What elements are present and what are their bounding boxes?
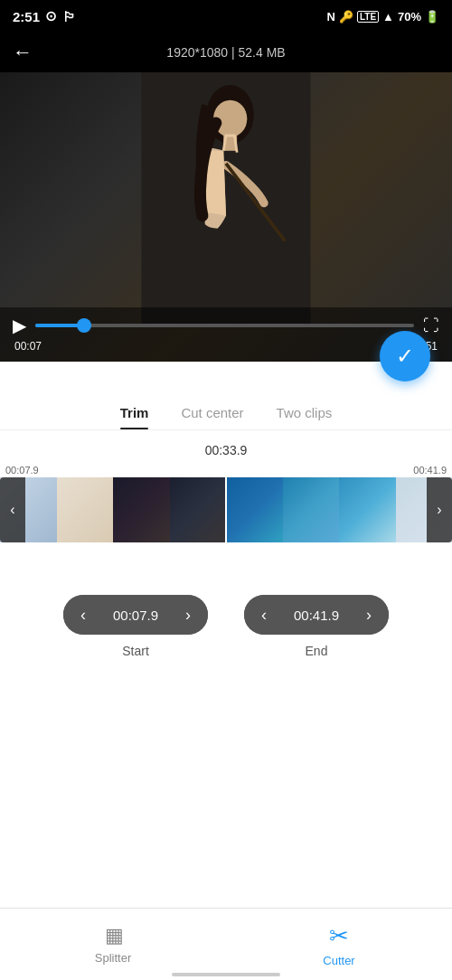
check-icon: ✓ (396, 344, 414, 369)
tabs-section: Trim Cut center Two clips (0, 362, 452, 430)
top-bar: ← 1920*1080 | 52.4 MB (0, 33, 452, 72)
timeline-wrapper[interactable]: ‹ › (0, 477, 452, 568)
trim-end-group: ‹ 00:41.9 › End (244, 595, 389, 658)
frame-3 (113, 477, 170, 542)
tab-two-clips[interactable]: Two clips (277, 405, 333, 429)
progress-thumb[interactable] (77, 318, 91, 333)
nav-splitter[interactable]: ▦ Splitter (0, 909, 226, 980)
center-indicator (225, 477, 227, 542)
timeline-labels: 00:07.9 00:41.9 (0, 465, 452, 476)
splitter-label: Splitter (95, 951, 131, 965)
battery-percent: 70% (398, 10, 421, 24)
status-bar: 2:51 ⊙ 🏳 N 🔑 LTE ▲ 70% 🔋 (0, 0, 452, 33)
trim-controls: ‹ 00:07.9 › Start ‹ 00:41.9 › End (0, 573, 452, 669)
start-value: 00:07.9 (103, 608, 168, 623)
status-time: 2:51 (13, 9, 40, 24)
chevron-left-icon: ‹ (10, 502, 14, 518)
timeline-end-label: 00:41.9 (413, 465, 447, 476)
cutter-label: Cutter (323, 954, 354, 967)
frame-2 (57, 477, 114, 542)
frame-7 (339, 477, 396, 542)
end-value: 00:41.9 (284, 608, 349, 623)
network-icon: N (327, 10, 335, 24)
file-info: 1920*1080 | 52.4 MB (166, 45, 285, 60)
timeline-section: 00:33.9 00:07.9 00:41.9 ‹ › (0, 430, 452, 573)
chevron-right-icon: › (437, 502, 441, 518)
end-label: End (306, 644, 328, 658)
status-icon-1: ⊙ (45, 8, 57, 24)
video-player: ▶ ⛶ 00:07 00:51 (0, 72, 452, 362)
nav-cutter[interactable]: ✂ Cutter (226, 909, 452, 980)
current-time: 00:07 (14, 340, 42, 353)
frame-6 (283, 477, 340, 542)
bracket-right-handle[interactable]: › (427, 477, 452, 542)
status-icon-2: 🏳 (62, 9, 76, 24)
status-left: 2:51 ⊙ 🏳 (13, 8, 76, 24)
bottom-nav: ▦ Splitter ✂ Cutter (0, 908, 452, 980)
splitter-icon: ▦ (105, 924, 122, 947)
trim-start-group: ‹ 00:07.9 › Start (63, 595, 208, 658)
back-button[interactable]: ← (13, 41, 33, 64)
battery-icon: 🔋 (425, 10, 439, 24)
cutter-icon: ✂ (329, 922, 349, 950)
lte-icon: LTE (357, 11, 379, 23)
bottom-indicator (172, 973, 280, 976)
signal-icon: ▲ (382, 10, 394, 24)
status-right: N 🔑 LTE ▲ 70% 🔋 (327, 10, 439, 24)
frame-4 (170, 477, 227, 542)
progress-track[interactable] (35, 324, 414, 327)
timeline-center-time: 00:33.9 (0, 443, 452, 457)
end-increment-button[interactable]: › (349, 595, 389, 635)
confirm-button[interactable]: ✓ (380, 331, 430, 382)
start-stepper[interactable]: ‹ 00:07.9 › (63, 595, 208, 635)
start-increment-button[interactable]: › (168, 595, 208, 635)
key-icon: 🔑 (339, 10, 353, 24)
frame-5 (226, 477, 283, 542)
bracket-left-handle[interactable]: ‹ (0, 477, 25, 542)
start-label: Start (122, 644, 149, 658)
play-button[interactable]: ▶ (13, 315, 26, 336)
end-decrement-button[interactable]: ‹ (244, 595, 284, 635)
time-row: 00:07 00:51 (13, 340, 439, 353)
video-frame-content (136, 72, 316, 325)
timeline-start-label: 00:07.9 (5, 465, 39, 476)
fullscreen-button[interactable]: ⛶ (423, 316, 439, 335)
video-section: ▶ ⛶ 00:07 00:51 ✓ (0, 72, 452, 362)
tab-trim[interactable]: Trim (120, 405, 149, 429)
end-stepper[interactable]: ‹ 00:41.9 › (244, 595, 389, 635)
start-decrement-button[interactable]: ‹ (63, 595, 103, 635)
tab-cut-center[interactable]: Cut center (181, 405, 243, 429)
